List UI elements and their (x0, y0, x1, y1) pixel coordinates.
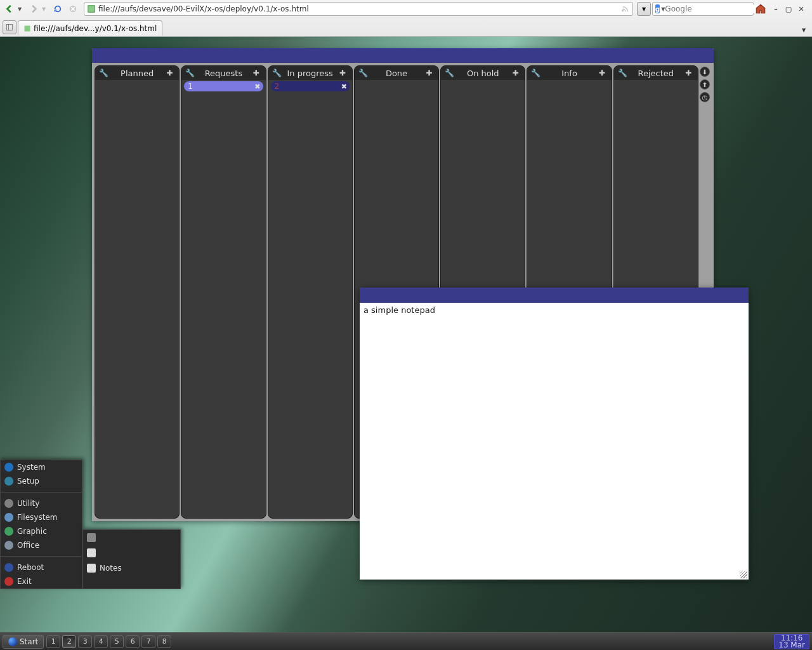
stop-button[interactable] (66, 2, 80, 16)
submenu-item[interactable] (83, 530, 180, 545)
forward-button[interactable] (27, 2, 41, 16)
back-dropdown[interactable]: ▼ (18, 6, 25, 12)
column-title: Requests (194, 69, 252, 78)
menu-item-filesystem[interactable]: Filesystem (1, 510, 82, 524)
plus-icon[interactable]: ✚ (339, 69, 348, 77)
wrench-icon[interactable]: 🔧 (272, 69, 281, 77)
workspace-4[interactable]: 4 (94, 635, 108, 648)
window-controls: – ▢ ✕ (768, 4, 809, 13)
column-title: On hold (454, 69, 512, 78)
workspace-switcher: 1 2 3 4 5 6 7 8 (46, 635, 171, 648)
menu-item-reboot[interactable]: Reboot (1, 560, 82, 574)
start-menu: System Setup Utility Filesystem Graphic … (0, 460, 82, 589)
browser-chrome: ▼ ▼ file:///aufs/devsave/00-EvilX/x-os/d… (0, 0, 812, 37)
plus-icon[interactable]: ✚ (685, 69, 694, 77)
maximize-button[interactable]: ▢ (784, 4, 793, 13)
download-icon[interactable]: ⬇ (700, 67, 710, 77)
close-button[interactable]: ✕ (797, 4, 806, 13)
plus-icon[interactable]: ✚ (253, 69, 262, 77)
menu-item-utility[interactable]: Utility (1, 496, 82, 510)
kanban-card[interactable]: 1 ✖ (184, 81, 263, 91)
search-box[interactable]: g ▼ (652, 2, 754, 16)
plus-icon[interactable]: ✚ (426, 69, 435, 77)
submenu-item-notes[interactable]: Notes (83, 560, 180, 576)
reload-button[interactable] (51, 2, 65, 16)
url-text: file:///aufs/devsave/00-EvilX/x-os/deplo… (98, 4, 621, 13)
app-icon (87, 533, 96, 542)
tab-bar: file:///aufs/dev...y/v0.1/x-os.html ▼ (0, 18, 812, 36)
svg-rect-1 (88, 6, 95, 13)
office-submenu: Notes (82, 529, 181, 589)
menu-item-graphic[interactable]: Graphic (1, 524, 82, 538)
plus-icon[interactable]: ✚ (599, 69, 608, 77)
column-title: Planned (108, 69, 166, 78)
notepad-titlebar[interactable] (360, 288, 749, 303)
wrench-icon[interactable]: 🔧 (99, 69, 108, 77)
start-label: Start (20, 637, 38, 646)
wrench-icon[interactable]: 🔧 (445, 69, 454, 77)
kanban-card[interactable]: 2 ✖ (271, 81, 350, 91)
menu-separator (1, 556, 82, 557)
close-icon[interactable]: ✖ (341, 83, 347, 91)
svg-rect-3 (7, 25, 13, 30)
home-button[interactable] (755, 3, 766, 15)
upload-icon[interactable]: ⬆ (700, 79, 710, 90)
notepad-window[interactable]: a simple notepad (360, 288, 749, 580)
search-input[interactable] (665, 4, 760, 13)
workspace-2[interactable]: 2 (62, 635, 76, 648)
notes-icon (87, 564, 96, 573)
google-icon: g (655, 4, 660, 13)
url-bar[interactable]: file:///aufs/devsave/00-EvilX/x-os/deplo… (84, 2, 633, 16)
menu-item-setup[interactable]: Setup (1, 474, 82, 488)
page-icon (87, 4, 96, 13)
menu-separator (1, 492, 82, 493)
start-button[interactable]: Start (3, 635, 44, 649)
tab-favicon (23, 25, 31, 32)
sidebar-toggle[interactable] (3, 20, 16, 34)
workspace-5[interactable]: 5 (110, 635, 124, 648)
forward-dropdown[interactable]: ▼ (42, 6, 49, 12)
rss-icon[interactable] (621, 4, 630, 13)
minimize-button[interactable]: – (771, 4, 780, 13)
taskbar-clock[interactable]: 11:16 13 Mar (774, 634, 809, 649)
browser-tab[interactable]: file:///aufs/dev...y/v0.1/x-os.html (18, 20, 162, 36)
clock-date: 13 Mar (778, 642, 805, 649)
workspace-1[interactable]: 1 (46, 635, 60, 648)
taskbar: Start 1 2 3 4 5 6 7 8 11:16 13 Mar (0, 632, 812, 650)
workspace-6[interactable]: 6 (126, 635, 140, 648)
reboot-icon (4, 563, 13, 572)
menu-item-system[interactable]: System (1, 460, 82, 474)
wrench-icon[interactable]: 🔧 (531, 69, 540, 77)
resize-handle[interactable] (740, 571, 747, 578)
document-icon (87, 548, 96, 557)
exit-icon (4, 577, 13, 586)
tab-title: file:///aufs/dev...y/v0.1/x-os.html (34, 24, 157, 33)
wrench-icon[interactable]: 🔧 (185, 69, 194, 77)
plus-icon[interactable]: ✚ (166, 69, 175, 77)
column-title: In progress (281, 69, 339, 78)
utility-icon (4, 499, 13, 508)
start-orb-icon (8, 637, 17, 646)
system-icon (4, 463, 13, 472)
workspace-3[interactable]: 3 (78, 635, 92, 648)
close-icon[interactable]: ✖ (254, 83, 260, 91)
workspace-8[interactable]: 8 (157, 635, 171, 648)
menu-item-exit[interactable]: Exit (1, 574, 82, 588)
menu-item-office[interactable]: Office (1, 538, 82, 552)
clock-icon[interactable]: ◷ (700, 92, 710, 102)
back-button[interactable] (3, 2, 16, 16)
tab-overflow[interactable]: ▼ (798, 24, 809, 36)
column-in-progress: 🔧 In progress ✚ 2 ✖ (268, 65, 353, 519)
wrench-icon[interactable]: 🔧 (358, 69, 367, 77)
card-label: 2 (275, 82, 280, 91)
column-requests: 🔧 Requests ✚ 1 ✖ (181, 65, 266, 519)
column-title: Info (540, 69, 598, 78)
workspace-7[interactable]: 7 (141, 635, 155, 648)
wrench-icon[interactable]: 🔧 (618, 69, 627, 77)
plus-icon[interactable]: ✚ (512, 69, 521, 77)
kanban-titlebar[interactable] (92, 48, 714, 63)
submenu-item[interactable] (83, 545, 180, 560)
url-dropdown[interactable]: ▼ (637, 2, 651, 16)
notepad-content[interactable]: a simple notepad (360, 303, 749, 317)
column-title: Rejected (627, 69, 685, 78)
